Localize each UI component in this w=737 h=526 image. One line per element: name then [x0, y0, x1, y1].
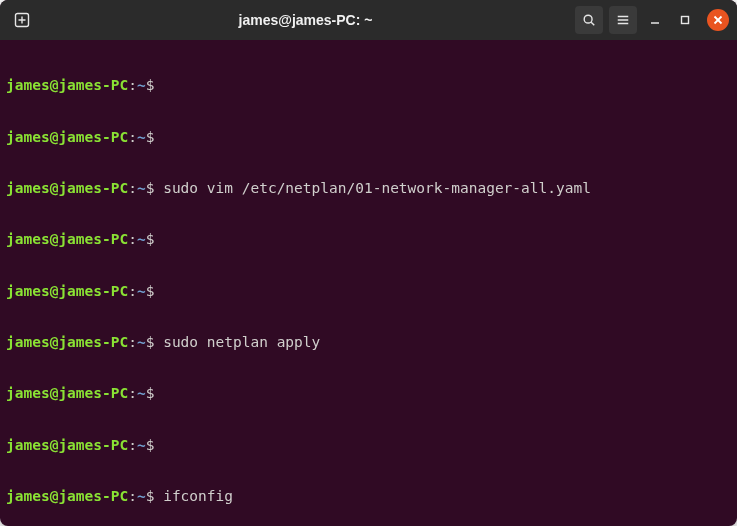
prompt-line: james@james-PC:~$	[6, 129, 731, 146]
svg-line-4	[591, 22, 594, 25]
command-line: james@james-PC:~$ sudo netplan apply	[6, 334, 731, 351]
prompt-line: james@james-PC:~$	[6, 231, 731, 248]
menu-button[interactable]	[609, 6, 637, 34]
minimize-icon	[649, 14, 661, 26]
prompt-line: james@james-PC:~$	[6, 283, 731, 300]
search-icon	[582, 13, 596, 27]
new-tab-button[interactable]	[8, 6, 36, 34]
minimize-button[interactable]	[643, 8, 667, 32]
svg-rect-9	[682, 17, 689, 24]
command-line: james@james-PC:~$ sudo vim /etc/netplan/…	[6, 180, 731, 197]
plus-box-icon	[14, 12, 30, 28]
svg-point-3	[584, 15, 592, 23]
command-line: james@james-PC:~$ ifconfig	[6, 488, 731, 505]
search-button[interactable]	[575, 6, 603, 34]
maximize-button[interactable]	[673, 8, 697, 32]
prompt-line: james@james-PC:~$	[6, 385, 731, 402]
prompt-line: james@james-PC:~$	[6, 77, 731, 94]
close-icon	[713, 15, 723, 25]
terminal-window: james@james-PC: ~ james@james-PC:~$ jame…	[0, 0, 737, 526]
close-button[interactable]	[707, 9, 729, 31]
hamburger-icon	[616, 13, 630, 27]
prompt-line: james@james-PC:~$	[6, 437, 731, 454]
titlebar: james@james-PC: ~	[0, 0, 737, 40]
window-title: james@james-PC: ~	[36, 12, 575, 29]
maximize-icon	[679, 14, 691, 26]
terminal-body[interactable]: james@james-PC:~$ james@james-PC:~$ jame…	[0, 40, 737, 526]
